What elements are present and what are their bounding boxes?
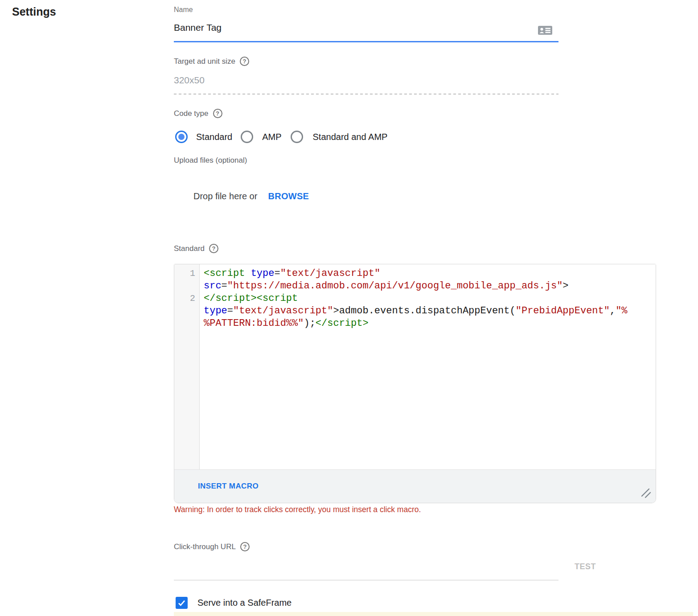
click-through-url-label: Click-through URL [174,542,236,551]
target-ad-unit-size-label: Target ad unit size [174,57,235,66]
code-type-label: Code type [174,109,209,118]
safeframe-checkbox-row[interactable]: Serve into a SafeFrame [176,597,292,609]
code-editor: 12 <script type="text/javascript"src="ht… [174,264,656,503]
radio-option-standard-and-amp[interactable]: Standard and AMP [291,131,388,143]
insert-macro-button[interactable]: INSERT MACRO [198,482,259,491]
code-line: type="text/javascript">admob.events.disp… [204,305,653,317]
help-icon[interactable]: ? [213,109,222,118]
code-editor-body: 12 <script type="text/javascript"src="ht… [174,264,656,469]
target-ad-unit-size-row: Target ad unit size ? [174,57,249,66]
disabled-input-dashed-underline [174,94,558,94]
contact-card-icon [538,25,553,38]
radio-label-standard: Standard [196,132,232,142]
code-editor-footer: INSERT MACRO [174,469,656,503]
line-number-gutter: 12 [174,264,200,469]
code-text-area[interactable]: <script type="text/javascript"src="https… [200,264,656,469]
code-type-radio-group: Standard AMP Standard and AMP [175,130,387,144]
name-field-label: Name [174,6,193,14]
click-through-url-row: Click-through URL ? [174,542,250,551]
code-type-row: Code type ? [174,109,222,118]
help-icon[interactable]: ? [240,542,250,551]
name-input[interactable] [174,22,526,33]
code-line: %PATTERN:bidid%%");</script> [204,317,653,330]
code-line: src="https://media.admob.com/api/v1/goog… [204,280,653,292]
radio-selected-icon[interactable] [175,131,188,143]
help-icon[interactable]: ? [209,244,218,253]
radio-unselected-icon[interactable] [241,131,253,143]
radio-option-standard[interactable]: Standard [175,131,232,143]
checkbox-checked-icon[interactable] [176,597,188,609]
name-input-focus-underline [174,41,558,42]
safeframe-label: Serve into a SafeFrame [197,598,292,608]
radio-label-standard-and-amp: Standard and AMP [313,132,388,142]
click-through-url-input[interactable] [174,563,557,579]
drop-file-text: Drop file here or [193,191,257,201]
help-icon[interactable]: ? [240,57,249,66]
page-title: Settings [12,5,56,18]
radio-option-amp[interactable]: AMP [241,131,281,143]
radio-unselected-icon[interactable] [291,131,303,143]
click-through-url-underline [174,580,558,580]
click-macro-warning: Warning: In order to track clicks correc… [174,505,421,514]
target-ad-unit-size-value: 320x50 [174,75,205,86]
file-drop-zone[interactable]: Drop file here or BROWSE [193,191,309,201]
browse-button[interactable]: BROWSE [268,191,309,201]
upload-files-label: Upload files (optional) [174,156,247,165]
resize-grip-icon[interactable] [641,488,651,500]
creative-settings-page: Settings Name Target ad unit size ? 320x… [0,0,698,616]
radio-label-amp: AMP [262,132,281,142]
code-line: <script type="text/javascript" [204,267,653,280]
code-line: </script><script [204,292,653,305]
upload-files-label-row: Upload files (optional) [174,156,247,165]
test-button[interactable]: TEST [575,562,596,571]
standard-code-label: Standard [174,244,205,253]
standard-code-label-row: Standard ? [174,244,218,253]
notice-banner-top-edge [174,612,693,616]
